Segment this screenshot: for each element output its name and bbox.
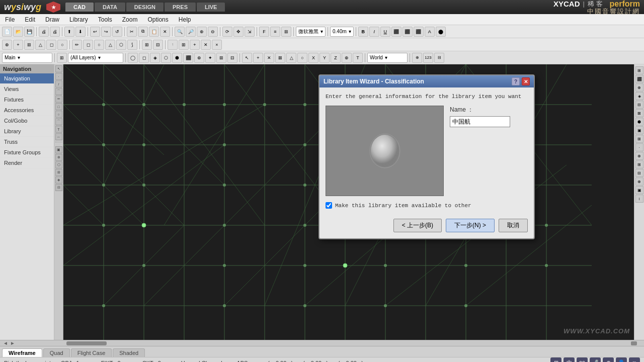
move-btn[interactable]: ✥ (233, 27, 244, 37)
view2-btn[interactable]: ⊞ (179, 40, 189, 50)
tab-cad[interactable]: CAD (65, 3, 94, 12)
lts-arc[interactable]: ⌒ (55, 118, 62, 125)
rt-btn3[interactable]: ⊕ (635, 83, 643, 92)
scroll-left[interactable]: ◄ (2, 340, 9, 346)
dialog-close-btn[interactable]: ✕ (522, 77, 530, 85)
snap6-btn[interactable]: ○ (57, 40, 67, 50)
sidebar-item-navigation[interactable]: Navigation (0, 73, 54, 84)
snap3-btn[interactable]: ⊞ (24, 40, 34, 50)
redo-btn[interactable]: ↪ (101, 27, 111, 37)
underline-btn[interactable]: U (380, 27, 390, 37)
viewport-hscroll[interactable]: ◄ ► (0, 340, 644, 346)
fixture-btn[interactable]: F (259, 27, 269, 37)
3d1-btn[interactable]: ◯ (128, 53, 138, 63)
undo-btn[interactable]: ↩ (90, 27, 100, 37)
font-dropdown[interactable]: 微软雅黑 ▾ (296, 27, 326, 37)
sidebar-item-fixtures[interactable]: Fixtures (0, 95, 54, 105)
lts-line[interactable]: / (55, 80, 62, 87)
sel10-btn[interactable]: ⊕ (342, 53, 352, 63)
print2-btn[interactable]: 🖨 (50, 27, 60, 37)
snap2-btn[interactable]: + (13, 40, 23, 50)
snap1-btn[interactable]: ⊕ (2, 40, 12, 50)
scale-btn[interactable]: ⇲ (245, 27, 255, 37)
menu-help[interactable]: Help (177, 15, 193, 24)
rt-btn5[interactable]: ⊟ (635, 101, 643, 109)
menu-edit[interactable]: Edit (23, 15, 37, 24)
tab-live[interactable]: LIVE (197, 3, 225, 12)
cut-btn[interactable]: ✂ (127, 27, 137, 37)
txt-btn[interactable]: T (353, 53, 363, 63)
lts-node[interactable]: · (55, 73, 62, 80)
view3-btn[interactable]: + (190, 40, 200, 50)
sel2-btn[interactable]: + (253, 53, 263, 63)
rt-btn8[interactable]: ▣ (635, 126, 643, 134)
3d9-btn[interactable]: ⊞ (216, 53, 226, 63)
print-btn[interactable]: 🖨 (39, 27, 49, 37)
rt-btn7[interactable]: ⬢ (635, 118, 643, 126)
axis2-btn[interactable]: ⊟ (434, 53, 444, 63)
copy-btn[interactable]: ⧉ (138, 27, 148, 37)
3d2-btn[interactable]: ◻ (139, 53, 149, 63)
lts-3d6[interactable]: ⊟ (55, 184, 62, 191)
sidebar-item-truss[interactable]: Truss (0, 137, 54, 147)
sel5-btn[interactable]: △ (286, 53, 296, 63)
canvas-area[interactable]: WWW.XYCAD.COM Library Item Wizard - Clas… (63, 64, 634, 340)
tab-flight-case[interactable]: Flight Case (71, 348, 112, 357)
sel9-btn[interactable]: Z (331, 53, 341, 63)
3d5-btn[interactable]: ⬢ (172, 53, 182, 63)
main-dropdown[interactable]: Main ▾ (2, 53, 52, 63)
color-btn[interactable]: A (425, 27, 435, 37)
export-btn[interactable]: ⬇ (75, 27, 86, 37)
lts-text[interactable]: T (55, 126, 62, 133)
bri-btn4[interactable]: 🎤 (590, 357, 601, 363)
3d6-btn[interactable]: ⬛ (183, 53, 193, 63)
draw2-btn[interactable]: ◻ (83, 40, 93, 50)
axis1-btn[interactable]: ⊕ (412, 53, 422, 63)
sidebar-item-views[interactable]: Views (0, 84, 54, 95)
sel4-btn[interactable]: ⊠ (275, 53, 285, 63)
3d8-btn[interactable]: ✦ (205, 53, 215, 63)
layers-icon[interactable]: ⊞ (57, 53, 67, 63)
zoom1-btn[interactable]: 🔍 (175, 27, 185, 37)
refresh-btn[interactable]: ↺ (112, 27, 122, 37)
italic-btn[interactable]: I (369, 27, 379, 37)
save-btn[interactable]: 💾 (24, 27, 34, 37)
rt-btn12[interactable]: ⊞ (635, 160, 643, 168)
menu-tools[interactable]: Tools (96, 15, 114, 24)
bold-btn[interactable]: B (358, 27, 368, 37)
sidebar-item-accessories[interactable]: Accessories (0, 105, 54, 116)
align-left-btn[interactable]: ⬛ (391, 27, 401, 37)
paste-btn[interactable]: 📋 (149, 27, 159, 37)
sel7-btn[interactable]: X (308, 53, 318, 63)
3d10-btn[interactable]: ⊟ (227, 53, 237, 63)
lts-curve[interactable]: ⌒ (55, 88, 62, 95)
3d7-btn[interactable]: ⊕ (194, 53, 204, 63)
rotate-btn[interactable]: ⟳ (222, 27, 232, 37)
align-right-btn[interactable]: ⬛ (414, 27, 424, 37)
sel3-btn[interactable]: ✕ (264, 53, 274, 63)
snap5-btn[interactable]: ◻ (46, 40, 56, 50)
snap4-btn[interactable]: △ (35, 40, 45, 50)
rt-btn9[interactable]: ⊞ (635, 135, 643, 143)
truss2-btn[interactable]: ⊟ (153, 40, 163, 50)
bri-btn3[interactable]: 09 (577, 357, 588, 363)
bri-btn1[interactable]: ⊞ (550, 357, 561, 363)
open-btn[interactable]: 📂 (13, 27, 23, 37)
sel6-btn[interactable]: ○ (297, 53, 307, 63)
sel1-btn[interactable]: ↖ (242, 53, 252, 63)
lts-select[interactable]: ↖ (55, 65, 62, 72)
align-btn[interactable]: ≡ (270, 27, 280, 37)
draw6-btn[interactable]: ⟆ (127, 40, 137, 50)
rt-btn1[interactable]: ⊞ (635, 66, 643, 74)
bg-btn[interactable]: ⬤ (436, 27, 446, 37)
lts-3d4[interactable]: ⊞ (55, 169, 62, 176)
lts-3d1[interactable]: ▣ (55, 146, 62, 153)
delete-btn[interactable]: ✕ (160, 27, 170, 37)
dialog-help-btn[interactable]: ? (512, 77, 520, 85)
prev-btn[interactable]: < 上一步(B) (393, 219, 442, 232)
num-btn[interactable]: 123 (423, 53, 433, 63)
zoom4-btn[interactable]: ⊖ (208, 27, 218, 37)
rt-btn2[interactable]: ⬛ (635, 75, 643, 83)
draw5-btn[interactable]: ⬡ (116, 40, 126, 50)
lts-circle[interactable]: ○ (55, 111, 62, 118)
